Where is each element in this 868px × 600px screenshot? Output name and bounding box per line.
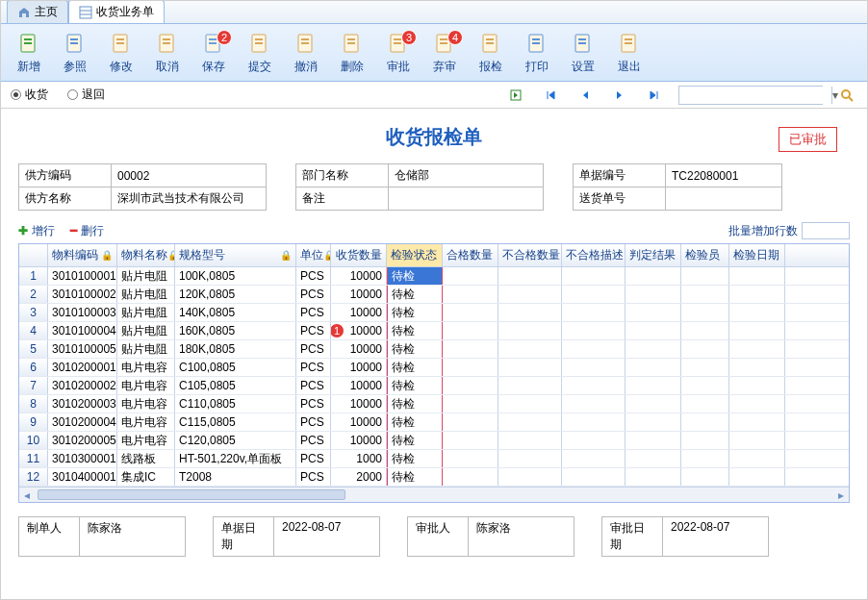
table-row[interactable]: 113010300001线路板HT-501,220v,单面板PCS1000待检	[19, 450, 849, 468]
add-row-button[interactable]: ✚增行	[18, 223, 55, 239]
column-header[interactable]: 不合格数量	[498, 244, 562, 266]
docno-value: TC22080001	[666, 164, 781, 187]
cell	[562, 340, 625, 358]
column-header[interactable]: 物料编码🔒	[48, 244, 117, 266]
cell: PCS	[296, 468, 331, 486]
approve-button[interactable]: 审批3	[376, 28, 421, 78]
print-button[interactable]: 打印	[515, 28, 559, 78]
new-button[interactable]: 新增	[7, 28, 51, 78]
table-row[interactable]: 93010200004电片电容C115,0805PCS10000待检	[19, 413, 849, 432]
cell: 3010200002	[48, 377, 117, 394]
column-header[interactable]: 物料名称🔒	[117, 244, 175, 266]
cancel-button[interactable]: 取消	[145, 28, 190, 78]
tab-receiving[interactable]: 收货业务单	[68, 0, 165, 23]
table-row[interactable]: 83010200003电片电容C110,0805PCS10000待检	[19, 395, 849, 413]
search-icon[interactable]	[836, 85, 857, 106]
del-row-button[interactable]: ━删行	[70, 223, 104, 239]
cell	[562, 286, 625, 303]
dept-value: 仓储部	[389, 164, 543, 187]
cell: 3010200001	[48, 359, 117, 376]
svg-rect-16	[209, 38, 217, 40]
abandon-button[interactable]: 弃审4	[422, 28, 467, 78]
cell: 待检	[387, 395, 443, 412]
table-row[interactable]: 13010100001贴片电阻100K,0805PCS10000待检	[19, 267, 849, 286]
cell	[681, 468, 729, 486]
nav-prev-icon[interactable]	[574, 85, 596, 106]
toolbar-label: 取消	[156, 59, 179, 75]
column-header[interactable]	[19, 244, 48, 266]
ref-button[interactable]: 参照	[53, 28, 97, 78]
cell: 贴片电阻	[117, 267, 175, 285]
column-header[interactable]: 单位🔒	[296, 244, 331, 266]
cell: 10000	[331, 267, 387, 285]
cell: 3010200005	[48, 432, 117, 449]
radio-receive[interactable]: 收货	[11, 87, 48, 103]
radio-return[interactable]: 退回	[67, 87, 105, 103]
svg-rect-19	[255, 38, 263, 40]
cell: 3010100003	[48, 304, 117, 321]
settings-button[interactable]: 设置	[561, 28, 605, 78]
cell: 贴片电阻	[117, 286, 175, 303]
table-row[interactable]: 73010200002电片电容C105,0805PCS10000待检	[19, 377, 849, 395]
table-row[interactable]: 53010100005贴片电阻180K,0805PCS10000待检	[19, 340, 849, 359]
column-header[interactable]: 合格数量	[443, 244, 498, 266]
cell	[625, 286, 681, 303]
edit-button[interactable]: 修改	[99, 28, 143, 78]
date-value: 2022-08-07	[274, 516, 380, 557]
horizontal-scrollbar[interactable]: ◂ ▸	[19, 487, 849, 502]
cell	[729, 286, 785, 303]
scroll-right-icon[interactable]: ▸	[833, 488, 849, 502]
inspect-button[interactable]: 报检	[469, 28, 513, 78]
cell	[681, 395, 729, 412]
table-row[interactable]: 23010100002贴片电阻120K,0805PCS10000待检	[19, 286, 849, 304]
revoke-button[interactable]: 撤消	[284, 28, 328, 78]
approve-date-label: 审批日期	[601, 516, 663, 557]
column-header[interactable]: 检验状态	[387, 244, 443, 266]
cell: 120K,0805	[175, 286, 296, 303]
table-row[interactable]: 103010200005电片电容C120,0805PCS10000待检	[19, 432, 849, 450]
batch-input[interactable]	[802, 222, 850, 239]
svg-rect-38	[532, 42, 540, 44]
submit-button[interactable]: 提交	[238, 28, 282, 78]
cell: 10	[19, 432, 48, 449]
cell: 贴片电阻	[117, 322, 175, 339]
maker-label: 制单人	[18, 516, 80, 557]
cell	[729, 450, 785, 467]
nav-first-icon[interactable]	[540, 85, 561, 106]
refresh-icon[interactable]	[505, 85, 526, 106]
scroll-left-icon[interactable]: ◂	[19, 488, 35, 502]
cell: 待检	[387, 304, 443, 321]
exit-button[interactable]: 退出	[607, 28, 651, 78]
cell: 10000	[331, 432, 387, 449]
delete-button[interactable]: 删除	[330, 28, 374, 78]
nav-last-icon[interactable]	[644, 85, 665, 106]
table-row[interactable]: 43010100004贴片电阻160K,0805PCS100001待检	[19, 322, 849, 340]
scrollbar-thumb[interactable]	[38, 489, 345, 500]
table-row[interactable]: 123010400001集成ICT2008PCS2000待检	[19, 468, 849, 487]
search-input[interactable]: ▾	[678, 86, 823, 105]
cell: C120,0805	[175, 432, 296, 449]
cell	[625, 267, 681, 285]
column-header[interactable]: 收货数量	[331, 244, 387, 266]
inspect-icon	[477, 30, 504, 57]
column-header[interactable]: 不合格描述	[562, 244, 625, 266]
column-header[interactable]: 规格型号🔒	[175, 244, 296, 266]
column-header[interactable]: 检验员	[681, 244, 729, 266]
svg-rect-26	[347, 42, 355, 44]
ref-icon	[62, 30, 89, 57]
tab-home[interactable]: 主页	[7, 0, 68, 23]
cell	[443, 377, 498, 394]
column-header[interactable]: 判定结果	[625, 244, 681, 266]
nav-next-icon[interactable]	[609, 85, 630, 106]
cell	[681, 322, 729, 339]
table-row[interactable]: 63010200001电片电容C100,0805PCS10000待检	[19, 359, 849, 377]
cell: PCS	[296, 413, 331, 431]
minus-icon: ━	[70, 224, 77, 238]
cell: PCS	[296, 377, 331, 394]
column-header[interactable]: 检验日期	[729, 244, 785, 266]
save-button[interactable]: 保存2	[191, 28, 236, 78]
table-row[interactable]: 33010100003贴片电阻140K,0805PCS10000待检	[19, 304, 849, 322]
svg-rect-25	[347, 38, 355, 40]
cell: 12	[19, 468, 48, 486]
cell: 待检	[387, 286, 443, 303]
